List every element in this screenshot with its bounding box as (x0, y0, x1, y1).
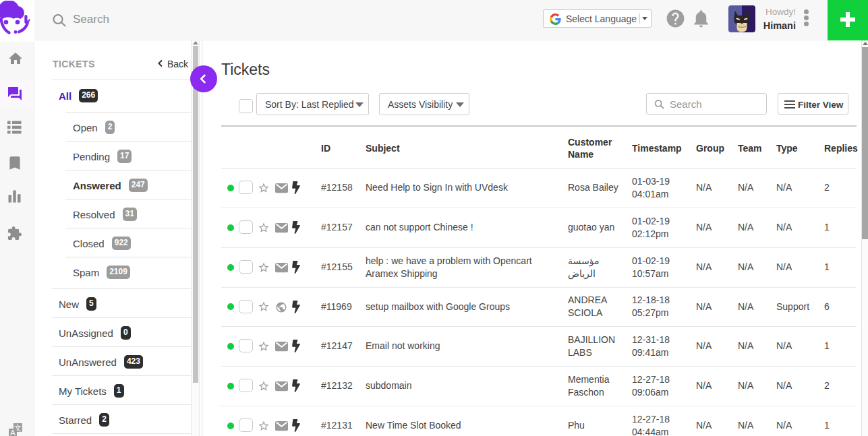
svg-text:A: A (10, 429, 16, 436)
